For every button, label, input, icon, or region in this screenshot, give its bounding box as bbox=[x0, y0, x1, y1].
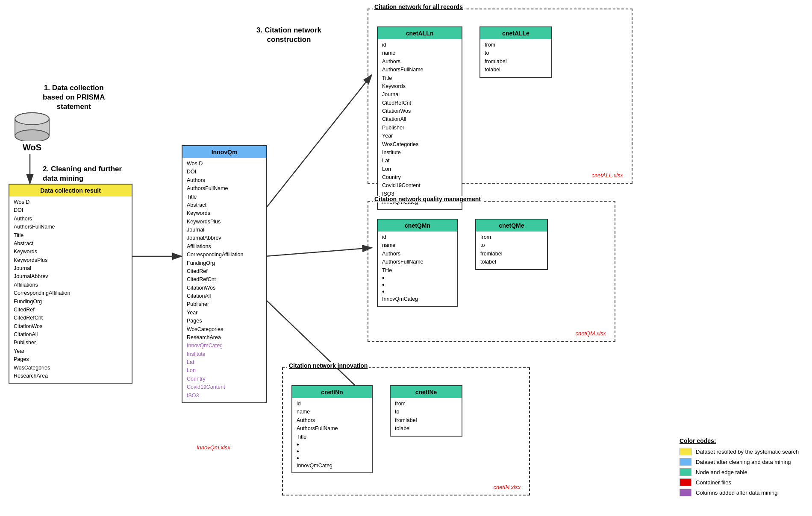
cnet-inn-header: cnetINn bbox=[292, 386, 372, 398]
step2-label: 2. Cleaning and further data mining bbox=[43, 164, 122, 183]
legend-item-green: Node and edge table bbox=[680, 468, 799, 476]
cnet-qm-container: Citation network quality management cnet… bbox=[368, 201, 615, 342]
svg-line-4 bbox=[265, 248, 372, 256]
cnet-alle-header: cnetALLe bbox=[480, 27, 551, 39]
data-collection-body: WosID DOI Authors AuthorsFullName Title … bbox=[9, 196, 132, 383]
cnet-in-title: Citation network innovation bbox=[287, 362, 369, 369]
cnet-qme-table: cnetQMe from to fromlabel tolabel bbox=[475, 219, 548, 270]
cnet-ine-body: from to fromlabel tolabel bbox=[391, 398, 462, 436]
db-cylinder-svg bbox=[13, 111, 51, 141]
wos-database: WoS bbox=[13, 111, 51, 152]
step3-label: 3. Citation network construction bbox=[256, 26, 321, 44]
legend-color-blue bbox=[680, 458, 691, 466]
cnet-alln-table: cnetALLn id name Authors AuthorsFullName… bbox=[377, 26, 462, 210]
legend-item-red: Container files bbox=[680, 478, 799, 486]
data-collection-header: Data collection result bbox=[9, 185, 132, 196]
legend-color-purple bbox=[680, 489, 691, 496]
legend-color-red bbox=[680, 478, 691, 486]
cnet-alle-table: cnetALLe from to fromlabel tolabel bbox=[480, 26, 552, 78]
wos-label: WoS bbox=[23, 143, 41, 152]
cnet-ine-table: cnetINe from to fromlabel tolabel bbox=[390, 385, 462, 437]
legend-label-red: Container files bbox=[696, 479, 731, 486]
cnet-qme-body: from to fromlabel tolabel bbox=[476, 232, 547, 269]
legend-label-blue: Dataset after cleaning and data mining bbox=[696, 459, 791, 465]
cnet-qmn-table: cnetQMn id name Authors AuthorsFullName … bbox=[377, 219, 458, 307]
cnet-alle-body: from to fromlabel tolabel bbox=[480, 39, 551, 77]
svg-line-3 bbox=[265, 75, 372, 209]
cnet-alln-body: id name Authors AuthorsFullName Title Ke… bbox=[378, 39, 462, 209]
cnet-all-xlsx: cnetALL.xlsx bbox=[591, 172, 623, 179]
innovqm-xlsx: InnovQm.xlsx bbox=[197, 444, 230, 451]
data-collection-table: Data collection result WosID DOI Authors… bbox=[9, 184, 132, 384]
cnet-qme-header: cnetQMe bbox=[476, 220, 547, 232]
cnet-ine-header: cnetINe bbox=[391, 386, 462, 398]
legend-item-blue: Dataset after cleaning and data mining bbox=[680, 458, 799, 466]
legend-color-yellow bbox=[680, 448, 691, 455]
cnet-alln-header: cnetALLn bbox=[378, 27, 462, 39]
legend-label-purple: Columns added after data mining bbox=[696, 490, 778, 496]
innovqm-body: WosID DOI Authors AuthorsFullName Title … bbox=[182, 158, 266, 402]
cnet-qm-title: Citation network quality management bbox=[373, 196, 482, 202]
cnet-all-container: Citation network for all records cnetALL… bbox=[368, 9, 633, 184]
legend-label-green: Node and edge table bbox=[696, 469, 747, 475]
legend-label-yellow: Dataset resulted by the systematic searc… bbox=[696, 449, 799, 455]
diagram-container: WoS 1. Data collection based on PRISMA s… bbox=[0, 0, 812, 516]
cnet-in-container: Citation network innovation cnetINn id n… bbox=[282, 367, 530, 495]
legend-box: Color codes: Dataset resulted by the sys… bbox=[680, 437, 799, 499]
cnet-in-xlsx: cnetIN.xlsx bbox=[493, 484, 521, 490]
step1-label: 1. Data collection based on PRISMA state… bbox=[43, 83, 105, 111]
cnet-inn-table: cnetINn id name Authors AuthorsFullName … bbox=[291, 385, 373, 473]
cnet-all-title: Citation network for all records bbox=[373, 3, 465, 10]
cnet-qmn-header: cnetQMn bbox=[378, 220, 457, 232]
legend-color-green bbox=[680, 468, 691, 476]
svg-point-10 bbox=[15, 130, 49, 141]
innovqm-header: InnovQm bbox=[182, 146, 266, 158]
svg-point-11 bbox=[15, 113, 49, 125]
innovqm-table: InnovQm WosID DOI Authors AuthorsFullNam… bbox=[182, 145, 267, 403]
cnet-inn-body: id name Authors AuthorsFullName Title ••… bbox=[292, 398, 372, 472]
legend-title: Color codes: bbox=[680, 437, 799, 444]
legend-item-purple: Columns added after data mining bbox=[680, 489, 799, 496]
cnet-qm-xlsx: cnetQM.xlsx bbox=[575, 330, 606, 337]
cnet-qmn-body: id name Authors AuthorsFullName Title ••… bbox=[378, 232, 457, 306]
legend-item-yellow: Dataset resulted by the systematic searc… bbox=[680, 448, 799, 455]
